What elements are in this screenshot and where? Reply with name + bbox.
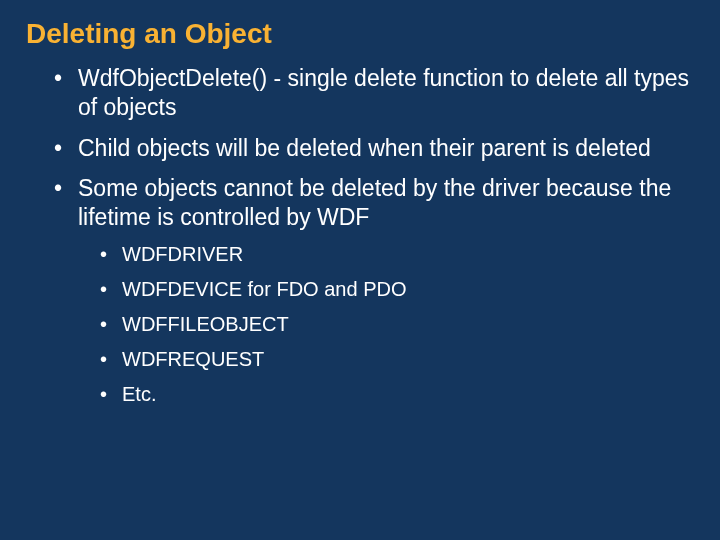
list-item: Child objects will be deleted when their… bbox=[54, 134, 694, 163]
sub-list-item: WDFREQUEST bbox=[100, 347, 694, 372]
list-item: WdfObjectDelete() - single delete functi… bbox=[54, 64, 694, 122]
bullet-list: WdfObjectDelete() - single delete functi… bbox=[26, 64, 694, 407]
sub-list-item-text: WDFFILEOBJECT bbox=[122, 313, 289, 335]
sub-list-item: WDFDRIVER bbox=[100, 242, 694, 267]
sub-list-item: Etc. bbox=[100, 382, 694, 407]
slide-title: Deleting an Object bbox=[26, 18, 694, 50]
list-item: Some objects cannot be deleted by the dr… bbox=[54, 174, 694, 407]
list-item-text: Child objects will be deleted when their… bbox=[78, 135, 651, 161]
sub-list-item-text: WDFREQUEST bbox=[122, 348, 264, 370]
list-item-text: Some objects cannot be deleted by the dr… bbox=[78, 175, 671, 230]
sub-list-item: WDFDEVICE for FDO and PDO bbox=[100, 277, 694, 302]
sub-list-item-text: WDFDRIVER bbox=[122, 243, 243, 265]
list-item-text: WdfObjectDelete() - single delete functi… bbox=[78, 65, 689, 120]
sub-list-item-text: Etc. bbox=[122, 383, 156, 405]
sub-list-item: WDFFILEOBJECT bbox=[100, 312, 694, 337]
sub-bullet-list: WDFDRIVER WDFDEVICE for FDO and PDO WDFF… bbox=[78, 242, 694, 407]
sub-list-item-text: WDFDEVICE for FDO and PDO bbox=[122, 278, 407, 300]
